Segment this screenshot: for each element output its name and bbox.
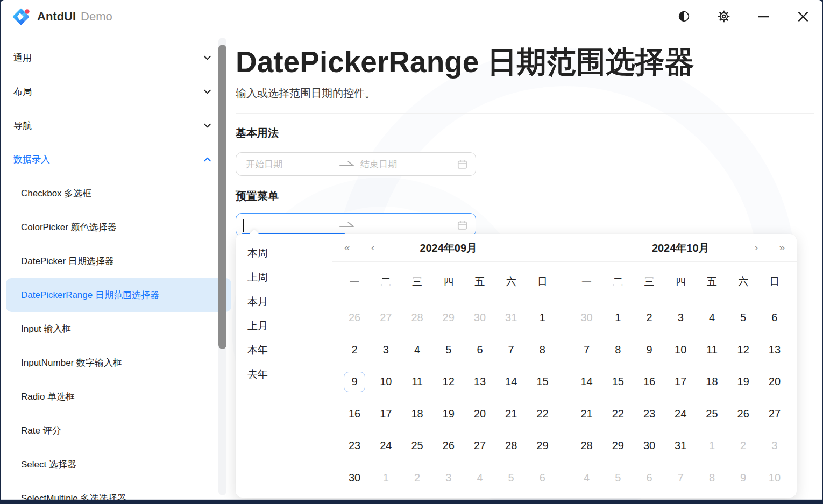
date-cell[interactable]: 16 — [637, 371, 661, 393]
theme-toggle-button[interactable] — [676, 9, 691, 24]
date-cell[interactable]: 30 — [468, 307, 492, 329]
sidebar-item-selectmultiple[interactable]: SelectMultiple 多选选择器 — [6, 481, 231, 500]
preset-item-5[interactable]: 去年 — [236, 362, 332, 386]
date-cell[interactable]: 13 — [468, 371, 492, 393]
date-cell[interactable]: 25 — [406, 435, 429, 457]
date-cell[interactable]: 29 — [530, 435, 554, 457]
date-cell[interactable]: 23 — [637, 403, 661, 424]
date-cell[interactable]: 11 — [406, 371, 429, 393]
date-cell[interactable]: 18 — [406, 403, 429, 424]
date-cell[interactable]: 4 — [575, 467, 599, 488]
date-cell[interactable]: 6 — [468, 339, 492, 360]
date-cell[interactable]: 13 — [763, 339, 786, 360]
date-cell[interactable]: 7 — [575, 339, 599, 360]
sidebar-item-radio[interactable]: Radio 单选框 — [6, 380, 231, 414]
date-cell[interactable]: 3 — [763, 435, 786, 457]
date-cell[interactable]: 8 — [530, 339, 554, 360]
sidebar-item-input[interactable]: Input 输入框 — [6, 312, 231, 346]
date-cell[interactable]: 8 — [606, 339, 630, 360]
date-cell[interactable]: 5 — [437, 339, 460, 360]
date-cell[interactable]: 3 — [669, 307, 692, 329]
date-range-input-basic[interactable]: 开始日期 结束日期 — [236, 152, 476, 176]
date-cell[interactable]: 30 — [637, 435, 661, 457]
date-cell[interactable]: 19 — [437, 403, 460, 424]
date-cell[interactable]: 6 — [530, 467, 554, 488]
date-cell[interactable]: 30 — [575, 307, 599, 329]
date-cell[interactable]: 28 — [575, 435, 599, 457]
date-cell[interactable]: 10 — [374, 371, 398, 393]
date-cell[interactable]: 29 — [606, 435, 630, 457]
preset-item-3[interactable]: 上月 — [236, 314, 332, 338]
minimize-button[interactable] — [756, 9, 771, 24]
date-cell[interactable]: 27 — [763, 403, 786, 424]
date-cell[interactable]: 14 — [499, 371, 523, 393]
sidebar-group--[interactable]: 布局 — [6, 75, 231, 109]
date-cell[interactable]: 31 — [669, 435, 692, 457]
sidebar-item-datepickerrange[interactable]: DatePickerRange 日期范围选择器 — [6, 278, 231, 312]
date-cell[interactable]: 20 — [468, 403, 492, 424]
sidebar-item-checkbox[interactable]: Checkbox 多选框 — [6, 176, 231, 210]
sidebar-scrollbar-thumb[interactable] — [218, 45, 226, 349]
date-cell[interactable]: 14 — [575, 371, 599, 393]
date-cell[interactable]: 9 — [732, 467, 755, 488]
date-cell[interactable]: 5 — [499, 467, 523, 488]
date-cell-today[interactable]: 9 — [344, 372, 365, 392]
date-cell[interactable]: 24 — [669, 403, 692, 424]
date-cell[interactable]: 18 — [700, 371, 723, 393]
date-cell[interactable]: 19 — [732, 371, 755, 393]
date-cell[interactable]: 1 — [374, 467, 398, 488]
date-cell[interactable]: 3 — [437, 467, 460, 488]
date-cell[interactable]: 9 — [637, 339, 661, 360]
date-cell[interactable]: 2 — [637, 307, 661, 329]
sidebar-item-select[interactable]: Select 选择器 — [6, 448, 231, 481]
date-cell[interactable]: 15 — [530, 371, 554, 393]
preset-item-2[interactable]: 本月 — [236, 289, 332, 314]
date-cell[interactable]: 21 — [575, 403, 599, 424]
sidebar-item-datepicker[interactable]: DatePicker 日期选择器 — [6, 244, 231, 278]
date-cell[interactable]: 2 — [343, 339, 366, 360]
date-cell[interactable]: 5 — [606, 467, 630, 488]
preset-item-4[interactable]: 本年 — [236, 338, 332, 362]
date-cell[interactable]: 26 — [437, 435, 460, 457]
date-cell[interactable]: 6 — [637, 467, 661, 488]
date-cell[interactable]: 26 — [732, 403, 755, 424]
date-cell[interactable]: 27 — [468, 435, 492, 457]
sidebar-item-inputnumber[interactable]: InputNumber 数字输入框 — [6, 346, 231, 380]
date-cell[interactable]: 6 — [763, 307, 786, 329]
settings-button[interactable] — [716, 9, 731, 24]
date-cell[interactable]: 12 — [732, 339, 755, 360]
date-range-input-preset[interactable] — [236, 213, 476, 237]
date-cell[interactable]: 26 — [343, 307, 366, 329]
date-cell[interactable]: 4 — [406, 339, 429, 360]
sidebar-group--[interactable]: 导航 — [6, 109, 231, 143]
date-cell[interactable]: 22 — [606, 403, 630, 424]
date-cell[interactable]: 22 — [530, 403, 554, 424]
date-cell[interactable]: 27 — [374, 307, 398, 329]
date-cell[interactable]: 1 — [700, 435, 723, 457]
date-cell[interactable]: 7 — [499, 339, 523, 360]
date-cell[interactable]: 23 — [343, 435, 366, 457]
date-cell[interactable]: 30 — [343, 467, 366, 488]
date-cell[interactable]: 7 — [669, 467, 692, 488]
close-button[interactable] — [796, 9, 811, 24]
date-cell[interactable]: 24 — [374, 435, 398, 457]
date-cell[interactable]: 31 — [499, 307, 523, 329]
date-cell[interactable]: 28 — [499, 435, 523, 457]
date-cell[interactable]: 28 — [406, 307, 429, 329]
date-cell[interactable]: 1 — [606, 307, 630, 329]
preset-item-1[interactable]: 上周 — [236, 265, 332, 289]
preset-item-0[interactable]: 本周 — [236, 241, 332, 265]
date-cell[interactable]: 20 — [763, 371, 786, 393]
date-cell[interactable]: 8 — [700, 467, 723, 488]
date-cell[interactable]: 17 — [669, 371, 692, 393]
date-cell[interactable]: 16 — [343, 403, 366, 424]
date-cell[interactable]: 4 — [468, 467, 492, 488]
date-cell[interactable]: 15 — [606, 371, 630, 393]
date-cell[interactable]: 2 — [732, 435, 755, 457]
date-cell[interactable]: 10 — [669, 339, 692, 360]
date-cell[interactable]: 17 — [374, 403, 398, 424]
sidebar-item-colorpicker[interactable]: ColorPicker 颜色选择器 — [6, 210, 231, 244]
date-cell[interactable]: 3 — [374, 339, 398, 360]
date-cell[interactable]: 1 — [530, 307, 554, 329]
date-cell[interactable]: 4 — [700, 307, 723, 329]
